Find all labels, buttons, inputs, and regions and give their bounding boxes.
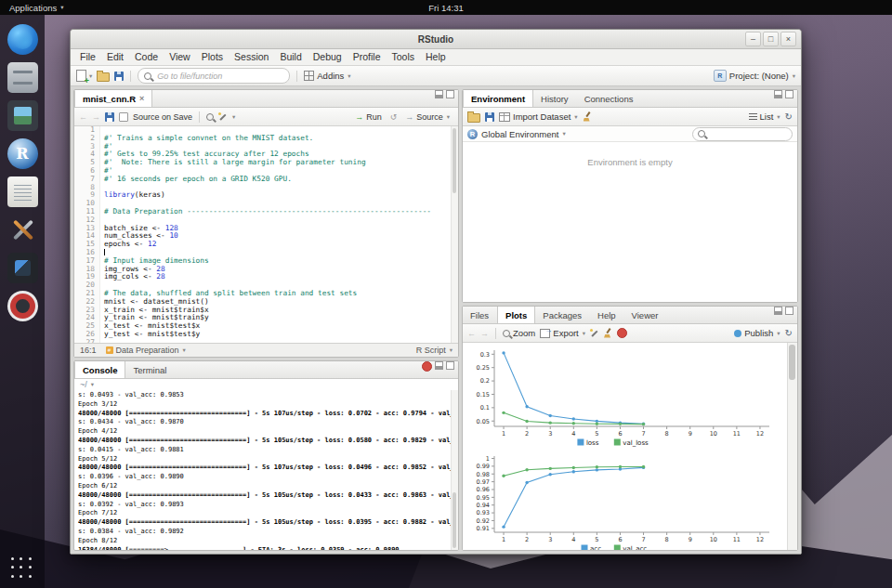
minimize-pane-icon[interactable]: [774, 307, 782, 315]
minimize-pane-icon[interactable]: [774, 90, 782, 98]
menu-help[interactable]: Help: [420, 49, 452, 65]
environment-pane: EnvironmentHistoryConnections Import Dat…: [462, 89, 798, 303]
console-output[interactable]: s: 0.0493 - val_acc: 0.9853Epoch 3/12480…: [74, 390, 458, 550]
editor-scrollbar[interactable]: [451, 126, 458, 343]
show-applications-button[interactable]: [11, 557, 33, 580]
menu-edit[interactable]: Edit: [101, 49, 129, 65]
x-tick-label: 6: [618, 430, 622, 438]
environment-scope-menu[interactable]: Global Environment ▾: [481, 129, 566, 139]
back-icon[interactable]: ←: [79, 112, 87, 122]
file-type-menu[interactable]: R Script ▾: [416, 346, 453, 355]
section-navigator[interactable]: Data Preparation ▾: [106, 346, 186, 355]
panel-tab-plots[interactable]: Plots: [497, 307, 535, 323]
forward-icon[interactable]: →: [92, 112, 100, 122]
panel-tab-files[interactable]: Files: [463, 307, 497, 323]
text-editor-icon[interactable]: [7, 176, 38, 207]
remove-all-plots-icon[interactable]: [617, 328, 627, 338]
refresh-icon[interactable]: ↻: [785, 112, 793, 122]
window-titlebar[interactable]: RStudio – □ ×: [71, 30, 801, 49]
goto-file-input[interactable]: [155, 71, 283, 82]
menu-build[interactable]: Build: [274, 49, 307, 65]
environment-search-input[interactable]: [708, 128, 787, 139]
firefox-browser-icon[interactable]: [7, 24, 38, 55]
source-on-save-checkbox[interactable]: [119, 112, 128, 122]
maximize-pane-icon[interactable]: [446, 90, 454, 98]
menu-file[interactable]: File: [74, 49, 101, 65]
image-viewer-icon[interactable]: [7, 100, 38, 131]
minimize-icon[interactable]: –: [745, 32, 761, 46]
chevron-down-icon: ▾: [583, 330, 585, 337]
chevron-down-icon: ▾: [777, 330, 780, 337]
menu-profile[interactable]: Profile: [348, 49, 387, 65]
project-menu[interactable]: Project: (None) ▾: [714, 70, 795, 82]
val_loss-point: [572, 422, 575, 425]
find-icon[interactable]: [206, 113, 214, 121]
minimize-pane-icon[interactable]: [435, 90, 443, 98]
environment-tab-environment[interactable]: Environment: [463, 90, 533, 107]
list-view-menu[interactable]: List ▾: [749, 111, 780, 122]
minimize-pane-icon[interactable]: [435, 361, 443, 370]
export-menu[interactable]: Export ▾: [540, 328, 585, 338]
console-working-directory[interactable]: ~/ ▾: [74, 379, 458, 390]
file-manager-icon[interactable]: [7, 62, 38, 93]
help-buoy-icon[interactable]: [7, 291, 38, 321]
close-tab-icon[interactable]: ×: [139, 94, 144, 103]
panel-tab-help[interactable]: Help: [590, 307, 624, 323]
line-number: 8: [74, 184, 100, 192]
main-toolbar: ▾ Addins ▾ Project: (None) ▾: [71, 66, 801, 86]
source-button-label: Source: [416, 112, 443, 122]
clear-environment-icon[interactable]: [583, 112, 592, 122]
load-workspace-icon[interactable]: [467, 113, 480, 123]
code-editor[interactable]: 12#' Trains a simple convnet on the MNIS…: [74, 126, 458, 343]
menu-bar: FileEditCodeViewPlotsSessionBuildDebugPr…: [71, 49, 801, 66]
new-file-button[interactable]: ▾: [76, 70, 92, 82]
maximize-pane-icon[interactable]: [785, 90, 794, 98]
environment-tab-history[interactable]: History: [533, 90, 577, 107]
zoom-button[interactable]: Zoom: [503, 328, 535, 338]
menu-debug[interactable]: Debug: [308, 49, 348, 65]
console-tab-terminal[interactable]: Terminal: [125, 361, 175, 378]
close-icon[interactable]: ×: [780, 32, 796, 46]
panel-tab-packages[interactable]: Packages: [535, 307, 590, 323]
import-dataset-menu[interactable]: Import Dataset ▾: [499, 111, 578, 122]
goto-file-search[interactable]: [138, 68, 290, 84]
next-plot-icon[interactable]: →: [480, 329, 489, 338]
source-button[interactable]: → Source ▾: [401, 111, 453, 123]
source-tab-mnist-cnn[interactable]: mnist_cnn.R ×: [74, 90, 152, 107]
clear-plots-icon[interactable]: [603, 329, 612, 338]
menu-code[interactable]: Code: [129, 49, 164, 65]
save-workspace-icon[interactable]: [485, 112, 494, 122]
save-button[interactable]: [114, 72, 124, 81]
console-scrollbar[interactable]: [451, 390, 458, 550]
run-label: Run: [366, 112, 382, 122]
code-tools-icon[interactable]: [218, 112, 227, 121]
save-icon[interactable]: [105, 112, 114, 122]
environment-tab-connections[interactable]: Connections: [577, 90, 642, 107]
stop-icon[interactable]: [422, 361, 432, 372]
menu-view[interactable]: View: [164, 49, 196, 65]
system-tools-icon[interactable]: [7, 215, 38, 245]
plots-scrollbar[interactable]: [787, 343, 797, 550]
menu-session[interactable]: Session: [229, 49, 274, 65]
clock[interactable]: Fri 14:31: [0, 3, 892, 13]
rstudio-icon[interactable]: [7, 138, 38, 169]
menu-plots[interactable]: Plots: [196, 49, 229, 65]
console-tab-console[interactable]: Console: [74, 361, 125, 378]
remove-plot-icon[interactable]: [590, 329, 598, 337]
builder-icon[interactable]: [7, 253, 38, 283]
maximize-pane-icon[interactable]: [446, 361, 454, 370]
environment-search[interactable]: [692, 127, 793, 141]
maximize-pane-icon[interactable]: [785, 307, 794, 315]
maximize-icon[interactable]: □: [763, 32, 779, 46]
x-tick-label: 5: [595, 536, 598, 543]
panel-tab-viewer[interactable]: Viewer: [624, 307, 667, 323]
run-button[interactable]: → Run: [351, 111, 386, 123]
previous-plot-icon[interactable]: ←: [467, 329, 476, 338]
rerun-icon[interactable]: ↺: [390, 112, 398, 122]
refresh-plots-icon[interactable]: ↻: [785, 329, 793, 338]
addins-menu[interactable]: Addins ▾: [304, 71, 350, 81]
open-file-button[interactable]: [97, 70, 110, 82]
scrollbar-thumb[interactable]: [789, 345, 795, 380]
menu-tools[interactable]: Tools: [386, 49, 420, 65]
publish-menu[interactable]: Publish ▾: [734, 328, 780, 338]
